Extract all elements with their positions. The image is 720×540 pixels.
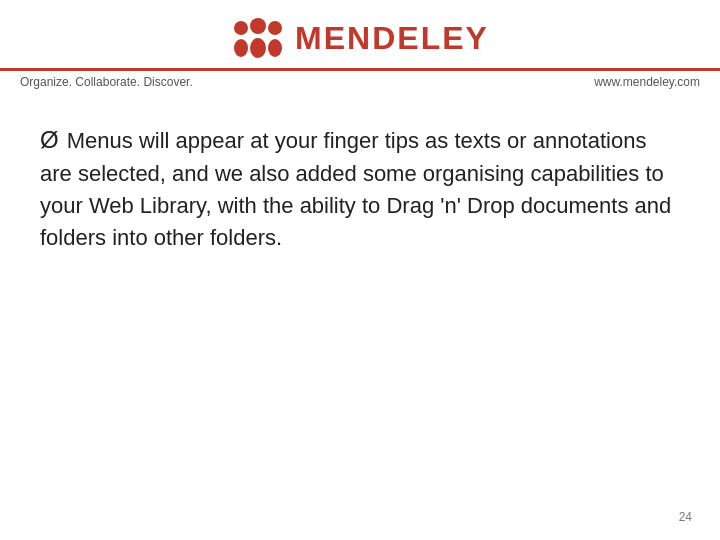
website-url: www.mendeley.com — [594, 75, 700, 89]
svg-point-3 — [250, 38, 266, 58]
svg-point-0 — [234, 21, 248, 35]
logo-text: MENDELEY — [295, 20, 489, 57]
svg-point-2 — [250, 18, 266, 34]
svg-point-4 — [268, 21, 282, 35]
bullet-symbol: Ø — [40, 126, 59, 153]
svg-point-5 — [268, 39, 282, 57]
bullet-paragraph: Ø Menus will appear at your finger tips … — [40, 123, 680, 253]
header: MENDELEY Organize. Collaborate. Discover… — [0, 0, 720, 93]
svg-point-1 — [234, 39, 248, 57]
mendeley-logo-icon — [231, 18, 285, 58]
main-text: Menus will appear at your finger tips as… — [40, 128, 671, 250]
tagline: Organize. Collaborate. Discover. — [20, 75, 193, 89]
sub-header: Organize. Collaborate. Discover. www.men… — [0, 71, 720, 93]
logo-container: MENDELEY — [231, 18, 489, 58]
page-number: 24 — [679, 510, 692, 524]
main-content: Ø Menus will appear at your finger tips … — [0, 93, 720, 273]
